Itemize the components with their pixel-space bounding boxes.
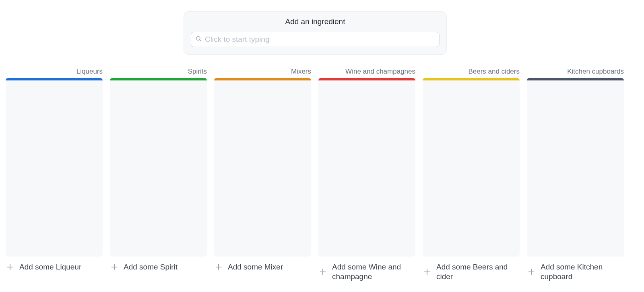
add-button-label: Add some Kitchen cupboard xyxy=(541,262,624,282)
category-body xyxy=(527,80,624,257)
category-column-wine-champagne: Wine and champagnes Add some Wine and ch… xyxy=(318,68,415,282)
category-title: Spirits xyxy=(110,68,207,76)
add-spirit-button[interactable]: Add some Spirit xyxy=(110,262,207,272)
category-column-liqueurs: Liqueurs Add some Liqueur xyxy=(6,68,103,282)
add-wine-champagne-button[interactable]: Add some Wine and champagne xyxy=(318,262,415,282)
add-button-label: Add some Wine and champagne xyxy=(332,262,415,282)
search-icon xyxy=(195,35,205,43)
category-body xyxy=(214,80,311,257)
add-mixer-button[interactable]: Add some Mixer xyxy=(214,262,311,272)
category-column-mixers: Mixers Add some Mixer xyxy=(214,68,311,282)
category-title: Mixers xyxy=(214,68,311,76)
add-liqueur-button[interactable]: Add some Liqueur xyxy=(6,262,103,272)
category-body xyxy=(110,80,207,257)
add-button-label: Add some Liqueur xyxy=(19,262,81,272)
plus-icon xyxy=(110,263,119,271)
category-body xyxy=(318,80,415,257)
add-button-label: Add some Mixer xyxy=(228,262,283,272)
svg-line-1 xyxy=(200,40,201,41)
plus-icon xyxy=(527,267,536,276)
plus-icon xyxy=(318,267,327,276)
category-title: Liqueurs xyxy=(6,68,103,76)
add-ingredient-title: Add an ingredient xyxy=(285,17,345,26)
add-kitchen-cupboard-button[interactable]: Add some Kitchen cupboard xyxy=(527,262,624,282)
add-ingredient-panel: Add an ingredient xyxy=(184,11,447,55)
plus-icon xyxy=(423,267,431,276)
plus-icon xyxy=(6,263,14,271)
category-body xyxy=(423,80,520,257)
category-columns: Liqueurs Add some Liqueur Spirits Add so… xyxy=(6,68,638,282)
category-column-spirits: Spirits Add some Spirit xyxy=(110,68,207,282)
category-title: Kitchen cupboards xyxy=(527,68,624,76)
plus-icon xyxy=(214,263,223,271)
add-beers-cider-button[interactable]: Add some Beers and cider xyxy=(423,262,520,282)
category-body xyxy=(6,80,103,257)
category-column-beers-ciders: Beers and ciders Add some Beers and cide… xyxy=(423,68,520,282)
ingredient-search-input[interactable] xyxy=(205,35,435,44)
add-button-label: Add some Beers and cider xyxy=(436,262,520,282)
category-title: Beers and ciders xyxy=(423,68,520,76)
category-title: Wine and champagnes xyxy=(318,68,415,76)
search-input-container[interactable] xyxy=(191,32,440,47)
category-column-kitchen-cupboards: Kitchen cupboards Add some Kitchen cupbo… xyxy=(527,68,624,282)
add-button-label: Add some Spirit xyxy=(124,262,178,272)
